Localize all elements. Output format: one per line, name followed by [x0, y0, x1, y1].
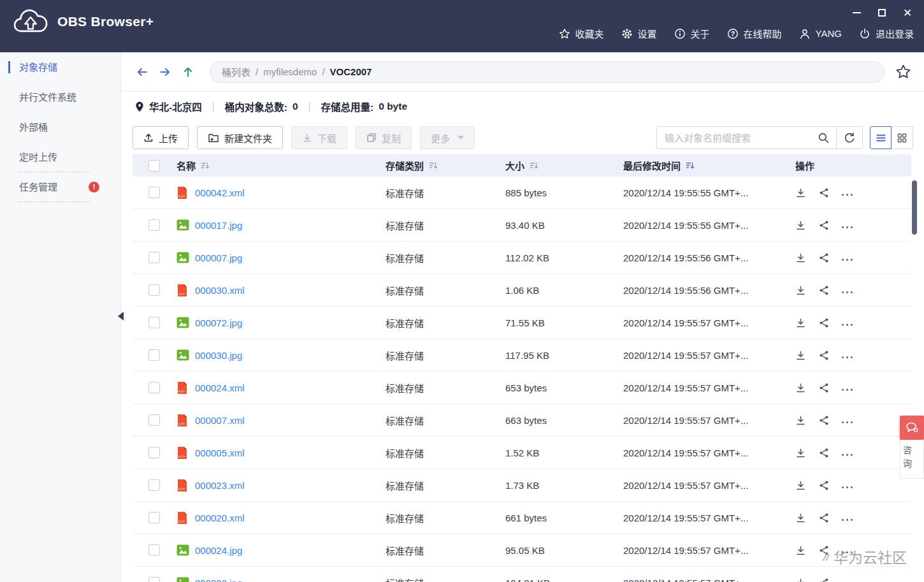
more-actions-icon[interactable]: [842, 353, 853, 358]
download-icon[interactable]: [795, 350, 806, 361]
minimize-icon[interactable]: [851, 8, 862, 18]
breadcrumb[interactable]: 桶列表 / myfilesdemo / VOC2007: [210, 61, 885, 83]
file-name-link[interactable]: 000023.xml: [195, 480, 245, 491]
file-name-link[interactable]: 000030.jpg: [195, 350, 242, 361]
download-icon[interactable]: [795, 317, 806, 328]
list-view-button[interactable]: [870, 126, 892, 149]
logout-menu-item[interactable]: 退出登录: [859, 27, 914, 40]
sidebar-item-parallel-file-system[interactable]: 并行文件系统: [0, 82, 120, 112]
download-icon[interactable]: [795, 220, 806, 231]
share-icon[interactable]: [819, 447, 829, 458]
share-icon[interactable]: [819, 513, 829, 523]
up-level-icon[interactable]: [180, 64, 196, 80]
more-actions-icon[interactable]: [842, 287, 853, 293]
more-button[interactable]: 更多: [420, 126, 475, 149]
back-icon[interactable]: [134, 64, 150, 80]
row-checkbox[interactable]: [148, 349, 160, 361]
favorites-menu-item[interactable]: 收藏夹: [559, 27, 604, 40]
row-checkbox[interactable]: [148, 479, 160, 491]
row-checkbox[interactable]: [148, 544, 160, 556]
file-name-link[interactable]: 000020.xml: [195, 513, 245, 523]
share-icon[interactable]: [819, 350, 829, 361]
grid-view-button[interactable]: [892, 126, 913, 149]
vertical-scrollbar[interactable]: [912, 180, 917, 235]
download-icon[interactable]: [795, 187, 806, 198]
share-icon[interactable]: [819, 187, 829, 198]
file-name-link[interactable]: 000030.xml: [195, 285, 245, 296]
row-checkbox[interactable]: [148, 382, 160, 393]
sort-icon-active[interactable]: [686, 161, 695, 170]
more-actions-icon[interactable]: [842, 255, 853, 261]
download-icon[interactable]: [795, 447, 806, 458]
more-actions-icon[interactable]: [842, 320, 853, 326]
close-icon[interactable]: ✕: [902, 8, 913, 18]
account-menu-item[interactable]: YANG: [799, 28, 842, 40]
file-name-link[interactable]: 000033.jpg: [195, 578, 242, 582]
file-name-link[interactable]: 000042.xml: [195, 187, 245, 198]
more-actions-icon[interactable]: [842, 190, 853, 196]
sort-icon[interactable]: [429, 161, 438, 170]
download-icon[interactable]: [795, 382, 806, 393]
sidebar-item-task-management[interactable]: 任务管理!: [0, 172, 120, 202]
more-actions-icon[interactable]: [842, 222, 853, 228]
row-checkbox[interactable]: [148, 187, 160, 198]
select-all-checkbox[interactable]: [148, 160, 160, 171]
download-icon[interactable]: [795, 578, 806, 582]
download-icon[interactable]: [795, 545, 806, 556]
copy-button[interactable]: 复制: [356, 126, 412, 149]
download-icon[interactable]: [795, 415, 806, 426]
share-icon[interactable]: [819, 285, 829, 296]
download-icon[interactable]: [795, 480, 806, 491]
more-actions-icon[interactable]: [842, 418, 853, 423]
row-checkbox[interactable]: [148, 317, 160, 328]
download-icon[interactable]: [795, 513, 806, 523]
row-checkbox[interactable]: [148, 512, 160, 523]
share-icon[interactable]: [819, 382, 829, 393]
upload-button[interactable]: 上传: [133, 126, 189, 149]
more-actions-icon[interactable]: [842, 515, 853, 521]
settings-menu-item[interactable]: 设置: [621, 27, 657, 40]
breadcrumb-bucket[interactable]: myfilesdemo: [263, 66, 317, 77]
share-icon[interactable]: [819, 480, 829, 491]
file-name-link[interactable]: 000024.xml: [195, 382, 245, 393]
file-name-link[interactable]: 000017.jpg: [195, 220, 242, 231]
consult-label[interactable]: 咨询: [900, 440, 924, 479]
sort-icon[interactable]: [201, 161, 210, 170]
more-actions-icon[interactable]: [842, 548, 853, 553]
row-checkbox[interactable]: [148, 252, 160, 263]
sort-icon[interactable]: [530, 161, 538, 170]
share-icon[interactable]: [819, 545, 829, 556]
search-icon[interactable]: [818, 132, 830, 144]
more-actions-icon[interactable]: [842, 450, 853, 456]
favorite-star-icon[interactable]: [895, 64, 911, 80]
file-name-link[interactable]: 000005.xml: [195, 447, 245, 458]
sidebar-item-object-storage[interactable]: 对象存储: [0, 52, 120, 82]
file-name-link[interactable]: 000007.xml: [195, 415, 245, 426]
refresh-button[interactable]: [837, 127, 862, 149]
share-icon[interactable]: [819, 415, 829, 426]
online-help-menu-item[interactable]: ? 在线帮助: [727, 27, 782, 40]
maximize-icon[interactable]: [877, 8, 887, 18]
consult-chat-button[interactable]: [900, 416, 924, 440]
share-icon[interactable]: [819, 317, 829, 328]
sidebar-item-external-buckets[interactable]: 外部桶: [0, 112, 120, 142]
row-checkbox[interactable]: [148, 447, 160, 458]
sidebar-item-scheduled-upload[interactable]: 定时上传: [0, 142, 120, 172]
share-icon[interactable]: [819, 252, 829, 263]
breadcrumb-root[interactable]: 桶列表: [222, 65, 250, 78]
more-actions-icon[interactable]: [842, 580, 853, 582]
row-checkbox[interactable]: [148, 414, 160, 426]
forward-icon[interactable]: [157, 64, 173, 80]
file-name-link[interactable]: 000024.jpg: [195, 545, 242, 556]
file-name-link[interactable]: 000072.jpg: [195, 317, 242, 328]
sidebar-collapse-icon[interactable]: [118, 312, 124, 321]
row-checkbox[interactable]: [148, 577, 160, 582]
download-icon[interactable]: [795, 252, 806, 263]
row-checkbox[interactable]: [148, 284, 160, 296]
download-icon[interactable]: [795, 285, 806, 296]
search-input[interactable]: [665, 133, 818, 143]
new-folder-button[interactable]: 新建文件夹: [197, 126, 283, 149]
file-name-link[interactable]: 000007.jpg: [195, 252, 242, 263]
row-checkbox[interactable]: [148, 219, 160, 231]
more-actions-icon[interactable]: [842, 385, 853, 391]
